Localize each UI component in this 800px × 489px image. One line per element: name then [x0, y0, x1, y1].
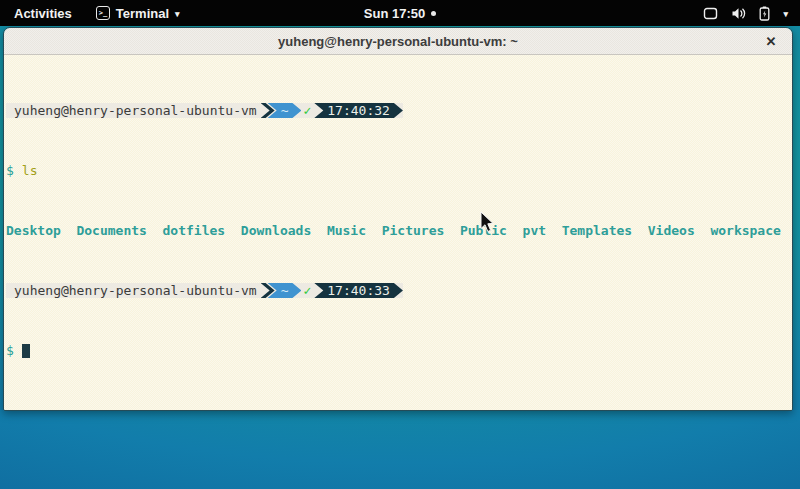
prompt-line: yuheng@henry-personal-ubuntu-vm ~ ✓ 17:4… [6, 103, 792, 118]
user-host: yuheng@henry-personal-ubuntu-vm [14, 103, 257, 118]
prompt-symbol: $ [6, 343, 14, 358]
status-check-icon: ✓ [303, 103, 311, 118]
mouse-cursor-icon [480, 211, 495, 233]
output-line: Desktop Documents dotfiles Downloads Mus… [6, 223, 792, 238]
command-text: ls [22, 163, 38, 178]
battery-charging-icon [759, 6, 770, 21]
window-title: yuheng@henry-personal-ubuntu-vm: ~ [278, 34, 518, 49]
time-segment: 17:40:33 [314, 283, 403, 298]
notification-dot-icon [431, 11, 436, 16]
terminal-window: yuheng@henry-personal-ubuntu-vm: ~ ✕ yuh… [3, 27, 793, 411]
prompt-line: yuheng@henry-personal-ubuntu-vm ~ ✓ 17:4… [6, 283, 792, 298]
powerline-prompt: yuheng@henry-personal-ubuntu-vm ~ ✓ 17:4… [6, 103, 403, 118]
volume-icon [731, 7, 746, 20]
window-titlebar[interactable]: yuheng@henry-personal-ubuntu-vm: ~ ✕ [4, 28, 792, 55]
chevron-down-icon[interactable]: ▾ [783, 10, 788, 19]
app-menu-label: Terminal [116, 6, 169, 21]
activities-button[interactable]: Activities [0, 0, 86, 26]
terminal-icon: >_ [96, 6, 110, 20]
status-check-icon: ✓ [303, 283, 311, 298]
clock[interactable]: Sun 17:50 [364, 6, 425, 21]
close-icon[interactable]: ✕ [760, 28, 782, 55]
time-segment: 17:40:32 [314, 103, 403, 118]
ls-output: Desktop Documents dotfiles Downloads Mus… [6, 223, 781, 238]
text-cursor [22, 344, 30, 358]
display-icon [703, 7, 718, 20]
app-menu-terminal[interactable]: >_ Terminal ▾ [86, 0, 190, 26]
command-line: $ ls [6, 163, 792, 178]
top-bar: Activities >_ Terminal ▾ Sun 17:50 ▾ [0, 0, 800, 26]
powerline-prompt: yuheng@henry-personal-ubuntu-vm ~ ✓ 17:4… [6, 283, 403, 298]
terminal-content[interactable]: yuheng@henry-personal-ubuntu-vm ~ ✓ 17:4… [4, 55, 792, 410]
user-host: yuheng@henry-personal-ubuntu-vm [14, 283, 257, 298]
prompt-symbol: $ [6, 163, 14, 178]
system-status-area[interactable]: ▾ [703, 0, 800, 26]
chevron-down-icon: ▾ [175, 10, 180, 19]
input-line[interactable]: $ [6, 343, 792, 358]
